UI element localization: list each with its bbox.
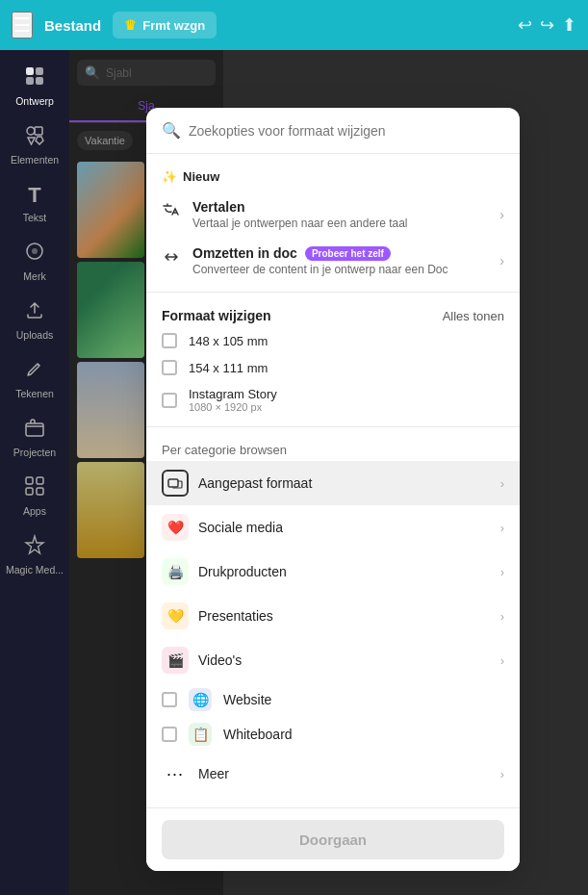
omzetten-item[interactable]: Omzetten in doc Probeer het zelf Convert… xyxy=(146,238,520,284)
redo-button[interactable]: ↪ xyxy=(540,14,554,36)
sidebar-item-apps[interactable]: Apps xyxy=(0,468,69,524)
cat-aangepast[interactable]: Aangepast formaat › xyxy=(146,461,520,505)
cat-arrow-video: › xyxy=(500,653,504,668)
svg-rect-14 xyxy=(37,488,43,495)
svg-rect-12 xyxy=(37,477,43,484)
cat-icon-video: 🎬 xyxy=(162,647,189,674)
sidebar-item-ontwerp[interactable]: Ontwerp xyxy=(0,58,69,115)
uploads-icon xyxy=(24,299,45,325)
omzetten-sub: Converteer de content in je ontwerp naar… xyxy=(192,263,488,276)
format-checkbox-3[interactable] xyxy=(162,393,177,408)
projecten-icon xyxy=(24,417,45,443)
sidebar-label-tekst: Tekst xyxy=(23,212,47,223)
omzetten-title: Omzetten in doc Probeer het zelf xyxy=(192,245,488,261)
new-section-label: ✨ Nieuw xyxy=(146,166,520,192)
format-item-2-content: 154 x 111 mm xyxy=(189,361,268,375)
svg-rect-15 xyxy=(168,479,178,487)
sidebar-item-merk[interactable]: Merk xyxy=(0,233,69,290)
svg-rect-1 xyxy=(36,67,43,75)
omzetten-icon xyxy=(162,247,181,271)
tekst-icon: T xyxy=(28,183,40,208)
dropdown-footer: Doorgaan xyxy=(146,807,520,871)
apps-icon xyxy=(24,475,45,501)
sidebar-item-uploads[interactable]: Uploads xyxy=(0,292,69,348)
cat-icon-present: 💛 xyxy=(162,602,189,629)
cat-arrow-print: › xyxy=(500,565,504,579)
vertalen-icon xyxy=(162,201,181,225)
cat-label-print: Drukproducten xyxy=(198,564,491,579)
format-change-button[interactable]: ♛ Frmt wzgn xyxy=(113,12,217,38)
tekenen-icon xyxy=(24,358,45,384)
file-menu-label[interactable]: Bestand xyxy=(44,17,101,34)
format-checkbox-1[interactable] xyxy=(162,333,177,348)
format-item-3[interactable]: Instagram Story 1080 × 1920 px xyxy=(146,381,520,419)
sidebar-item-projecten[interactable]: Projecten xyxy=(0,409,69,466)
cat-icon-whiteboard: 📋 xyxy=(189,723,212,746)
cat-arrow-meer: › xyxy=(500,767,504,781)
sidebar-label-uploads: Uploads xyxy=(16,329,54,341)
cat-print[interactable]: 🖨️ Drukproducten › xyxy=(146,550,520,594)
cat-present[interactable]: 💛 Presentaties › xyxy=(146,594,520,638)
vertalen-arrow: › xyxy=(499,207,504,222)
menu-button[interactable]: ☰ xyxy=(12,12,33,38)
cat-icon-social: ❤️ xyxy=(162,514,189,541)
sidebar-label-elementen: Elementen xyxy=(11,154,59,166)
content-area: 🔍 Sja Vakantie xyxy=(69,50,588,895)
format-name-2: 154 x 111 mm xyxy=(189,361,268,375)
sidebar-item-tekenen[interactable]: Tekenen xyxy=(0,350,69,407)
cat-icon-website: 🌐 xyxy=(189,688,212,711)
cat-checkbox-website[interactable] xyxy=(162,692,177,707)
dropdown-body: ✨ Nieuw Vertalen Vert xyxy=(146,154,520,807)
crown-icon: ♛ xyxy=(124,17,137,33)
dropdown-search-bar[interactable]: 🔍 xyxy=(146,108,520,154)
cat-label-social: Sociale media xyxy=(198,520,491,535)
cat-icon-print: 🖨️ xyxy=(162,558,189,585)
vertalen-item[interactable]: Vertalen Vertaal je ontwerpen naar een a… xyxy=(146,192,520,238)
divider-1 xyxy=(146,292,520,293)
elementen-icon xyxy=(24,124,45,150)
cat-video[interactable]: 🎬 Video's › xyxy=(146,638,520,682)
svg-rect-5 xyxy=(35,127,42,135)
format-section-header: Formaat wijzigen Alles tonen xyxy=(146,300,520,327)
cat-arrow-present: › xyxy=(500,609,504,624)
alles-tonen-link[interactable]: Alles tonen xyxy=(443,309,504,323)
undo-button[interactable]: ↩ xyxy=(518,14,532,36)
dropdown-search-input[interactable] xyxy=(189,123,504,139)
cat-checkbox-whiteboard[interactable] xyxy=(162,727,177,742)
new-label-text: Nieuw xyxy=(183,169,219,184)
format-item-1[interactable]: 148 x 105 mm xyxy=(146,327,520,354)
undo-icon: ↩ xyxy=(518,15,532,35)
sidebar-item-elementen[interactable]: Elementen xyxy=(0,116,69,173)
magic-icon xyxy=(24,534,45,560)
sidebar-item-magic[interactable]: Magic Med... xyxy=(0,526,69,583)
main-layout: Ontwerp Elementen T Tekst xyxy=(0,50,588,895)
sidebar-label-ontwerp: Ontwerp xyxy=(15,95,54,107)
svg-marker-6 xyxy=(28,138,35,144)
sidebar-label-apps: Apps xyxy=(23,505,46,517)
ontwerp-icon xyxy=(24,65,45,91)
cat-social[interactable]: ❤️ Sociale media › xyxy=(146,505,520,550)
sidebar-label-magic: Magic Med... xyxy=(6,564,64,575)
format-item-2[interactable]: 154 x 111 mm xyxy=(146,354,520,381)
continue-button[interactable]: Doorgaan xyxy=(162,820,504,859)
svg-rect-13 xyxy=(26,488,33,495)
cat-meer[interactable]: ··· Meer › xyxy=(146,752,520,796)
svg-rect-11 xyxy=(26,477,33,484)
sidebar-item-tekst[interactable]: T Tekst xyxy=(0,175,69,231)
cat-icon-meer: ··· xyxy=(162,760,189,787)
cat-whiteboard[interactable]: 📋 Whiteboard xyxy=(146,717,520,752)
vertalen-sub: Vertaal je ontwerpen naar een andere taa… xyxy=(192,217,488,230)
format-checkbox-2[interactable] xyxy=(162,360,177,375)
omzetten-content: Omzetten in doc Probeer het zelf Convert… xyxy=(192,245,488,276)
sidebar-label-tekenen: Tekenen xyxy=(15,388,54,399)
vertalen-content: Vertalen Vertaal je ontwerpen naar een a… xyxy=(192,199,488,230)
format-item-1-content: 148 x 105 mm xyxy=(189,334,268,348)
format-dropdown-panel: 🔍 ✨ Nieuw xyxy=(146,108,520,871)
svg-point-4 xyxy=(27,127,35,135)
upload-button[interactable]: ⬆ xyxy=(562,14,576,36)
cat-website[interactable]: 🌐 Website xyxy=(146,682,520,717)
try-badge: Probeer het zelf xyxy=(305,246,391,261)
cat-icon-aangepast xyxy=(162,470,189,497)
divider-2 xyxy=(146,426,520,427)
merk-icon xyxy=(24,241,45,267)
